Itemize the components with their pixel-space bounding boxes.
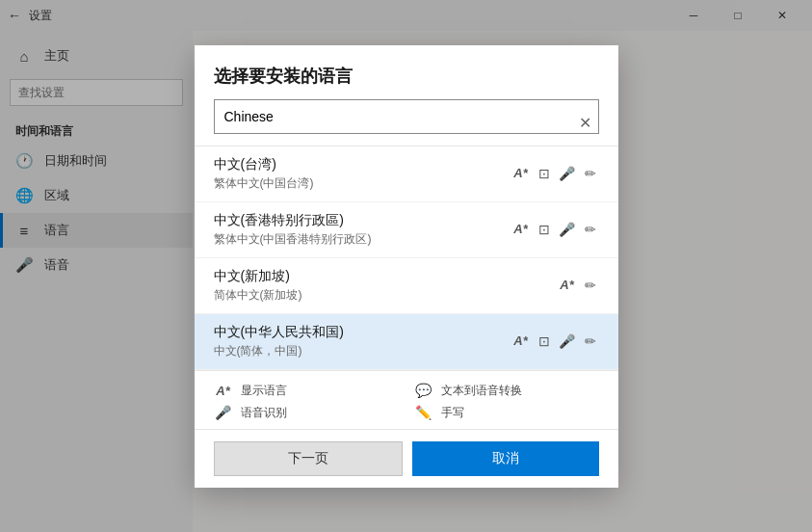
lang-text: 中文(中华人民共和国) 中文(简体，中国) xyxy=(214,324,512,359)
legend-handwriting-icon: ✏️ xyxy=(414,405,433,420)
display-lang-icon: A* xyxy=(512,221,530,238)
handwriting-icon: ✏ xyxy=(582,221,599,238)
lang-text: 中文(香港特别行政區) 繁体中文(中国香港特别行政区) xyxy=(214,212,512,248)
legend-display-icon: A* xyxy=(214,384,233,398)
legend-handwriting-label: 手写 xyxy=(441,405,464,421)
next-button[interactable]: 下一页 xyxy=(214,441,403,476)
lang-feature-icons: A* ⊡ 🎤 ✏ xyxy=(512,165,599,182)
legend-tts: 💬 文本到语音转换 xyxy=(414,383,599,399)
lang-name: 中文(香港特别行政區) xyxy=(214,212,512,229)
lang-name: 中文(台湾) xyxy=(214,156,512,173)
list-item[interactable]: 中文(香港特别行政區) 繁体中文(中国香港特别行政区) A* ⊡ 🎤 ✏ xyxy=(195,202,618,258)
display-lang-icon: A* xyxy=(559,277,576,294)
search-clear-button[interactable]: ✕ xyxy=(579,113,591,131)
speech-feature-icon: 🎤 xyxy=(559,165,576,182)
list-item[interactable]: 中文(台湾) 繁体中文(中国台湾) A* ⊡ 🎤 ✏ xyxy=(195,146,618,202)
legend-speech-icon: 🎤 xyxy=(214,405,233,420)
lang-sub: 繁体中文(中国台湾) xyxy=(214,175,512,192)
cancel-button[interactable]: 取消 xyxy=(412,441,599,476)
lang-sub: 中文(简体，中国) xyxy=(214,343,512,359)
legend-speech-label: 语音识别 xyxy=(241,405,287,421)
font-icon: ⊡ xyxy=(536,332,553,350)
lang-text: 中文(台湾) 繁体中文(中国台湾) xyxy=(214,156,512,192)
modal-overlay: 选择要安装的语言 ✕ 中文(台湾) 繁体中文(中国台湾) A* ⊡ 🎤 ✏ xyxy=(0,0,812,532)
legend-speech: 🎤 语音识别 xyxy=(214,405,399,421)
font-icon: ⊡ xyxy=(536,221,553,238)
lang-name: 中文(中华人民共和国) xyxy=(214,324,512,341)
display-lang-icon: A* xyxy=(512,165,530,182)
lang-sub: 简体中文(新加坡) xyxy=(214,287,559,304)
legend-handwriting: ✏️ 手写 xyxy=(414,405,599,421)
lang-feature-icons: A* ⊡ 🎤 ✏ xyxy=(512,221,599,238)
language-list: 中文(台湾) 繁体中文(中国台湾) A* ⊡ 🎤 ✏ 中文(香港特别行政區) 繁… xyxy=(195,146,618,370)
handwriting-icon: ✏ xyxy=(582,277,599,294)
language-install-modal: 选择要安装的语言 ✕ 中文(台湾) 繁体中文(中国台湾) A* ⊡ 🎤 ✏ xyxy=(195,45,618,488)
legend-tts-label: 文本到语音转换 xyxy=(441,383,522,399)
handwriting-icon: ✏ xyxy=(582,165,599,182)
legend-display-label: 显示语言 xyxy=(241,383,287,399)
legend-area: A* 显示语言 💬 文本到语音转换 🎤 语音识别 ✏️ 手写 xyxy=(195,370,618,429)
display-lang-icon: A* xyxy=(512,332,530,350)
lang-name: 中文(新加坡) xyxy=(214,268,559,285)
speech-feature-icon: 🎤 xyxy=(559,221,576,238)
handwriting-icon: ✏ xyxy=(582,332,599,350)
speech-feature-icon: 🎤 xyxy=(559,332,576,350)
lang-sub: 繁体中文(中国香港特别行政区) xyxy=(214,231,512,248)
legend-tts-icon: 💬 xyxy=(414,383,433,398)
modal-search-row: ✕ xyxy=(195,99,618,146)
language-search-input[interactable] xyxy=(214,99,599,134)
modal-title: 选择要安装的语言 xyxy=(214,65,599,88)
lang-feature-icons: A* ✏ xyxy=(559,277,599,294)
lang-feature-icons: A* ⊡ 🎤 ✏ xyxy=(512,332,599,350)
legend-display: A* 显示语言 xyxy=(214,383,399,399)
lang-text: 中文(新加坡) 简体中文(新加坡) xyxy=(214,268,559,304)
modal-header: 选择要安装的语言 xyxy=(195,45,618,99)
list-item[interactable]: 中文(中华人民共和国) 中文(简体，中国) A* ⊡ 🎤 ✏ xyxy=(195,314,618,370)
modal-footer: 下一页 取消 xyxy=(195,429,618,488)
font-icon: ⊡ xyxy=(536,165,553,182)
list-item[interactable]: 中文(新加坡) 简体中文(新加坡) A* ✏ xyxy=(195,258,618,314)
